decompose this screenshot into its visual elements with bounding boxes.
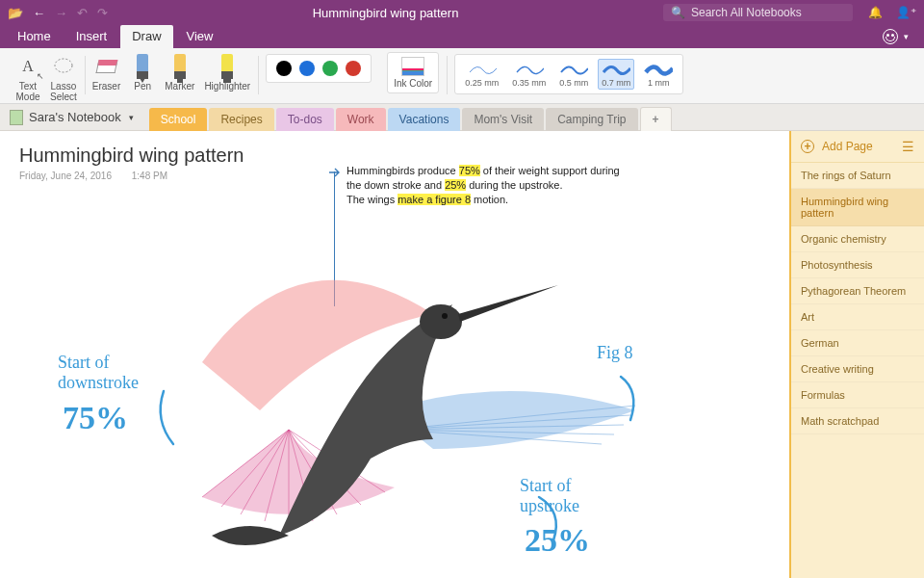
ribbon: A↖ Text Mode Lasso Select Eraser Pen Mar…	[0, 48, 924, 104]
section-todos[interactable]: To-dos	[276, 108, 334, 131]
arrow-icon	[329, 168, 343, 177]
menu-insert[interactable]: Insert	[64, 25, 119, 48]
svg-point-1	[420, 304, 462, 339]
note-line-3: The wings make a figure 8 motion.	[346, 193, 635, 207]
plus-circle-icon: +	[801, 140, 814, 153]
note-line-2: the down stroke and 25% during the upstr…	[346, 178, 635, 193]
quick-access-toolbar: 📂 ← → ↶ ↷	[8, 6, 108, 20]
undo-icon[interactable]: ↶	[77, 6, 88, 20]
forward-icon[interactable]: →	[55, 6, 67, 20]
chevron-down-icon: ▾	[129, 113, 134, 122]
text-mode-icon: A↖	[15, 54, 40, 79]
lasso-select-button[interactable]: Lasso Select	[50, 52, 77, 102]
menu-bar: Home Insert Draw View ▾	[0, 25, 924, 48]
menu-draw[interactable]: Draw	[120, 25, 172, 48]
thickness-025[interactable]: 0.25 mm	[461, 59, 502, 90]
search-icon: 🔍	[671, 6, 685, 19]
svg-point-0	[55, 59, 72, 72]
svg-point-2	[442, 313, 448, 319]
text-mode-button[interactable]: A↖ Text Mode	[15, 52, 40, 102]
section-camping-trip[interactable]: Camping Trip	[546, 108, 637, 131]
search-box[interactable]: 🔍	[663, 4, 853, 21]
marker-button[interactable]: Marker	[165, 52, 194, 92]
page-item-6[interactable]: German	[791, 330, 924, 356]
section-work[interactable]: Work	[336, 108, 386, 131]
pen-icon	[137, 54, 148, 79]
add-page-button[interactable]: + Add Page ☰	[791, 131, 924, 163]
color-palette	[266, 54, 372, 83]
eraser-button[interactable]: Eraser	[92, 52, 120, 92]
open-icon[interactable]: 📂	[8, 6, 23, 20]
add-section-button[interactable]: +	[640, 107, 672, 131]
page-item-5[interactable]: Art	[791, 304, 924, 330]
section-recipes[interactable]: Recipes	[209, 108, 273, 131]
pen-button[interactable]: Pen	[130, 52, 155, 92]
page-item-9[interactable]: Math scratchpad	[791, 408, 924, 434]
thickness-1[interactable]: 1 mm	[640, 59, 677, 90]
thickness-palette: 0.25 mm 0.35 mm 0.5 mm 0.7 mm 1 mm	[454, 54, 683, 94]
eraser-icon	[95, 60, 117, 73]
main-area: Hummingbird wing pattern Friday, June 24…	[0, 131, 924, 578]
notebook-name: Sara's Notebook	[29, 110, 121, 124]
note-line-1: Hummingbirds produce 75% of their weight…	[346, 164, 635, 178]
ink-color-button[interactable]: Ink Color	[387, 52, 439, 93]
section-school[interactable]: School	[149, 108, 208, 131]
back-icon[interactable]: ←	[33, 6, 45, 20]
lasso-icon	[51, 54, 76, 79]
color-green[interactable]	[322, 61, 338, 76]
bell-icon[interactable]: 🔔	[868, 6, 883, 19]
menu-view[interactable]: View	[175, 25, 225, 48]
page-item-2[interactable]: Organic chemistry	[791, 226, 924, 252]
page-item-0[interactable]: The rings of Saturn	[791, 163, 924, 189]
page-list-options-icon[interactable]: ☰	[902, 139, 914, 154]
marker-icon	[174, 54, 186, 79]
hand-downstroke-label: Start of downstroke	[58, 353, 139, 392]
page-sidebar: + Add Page ☰ The rings of Saturn Humming…	[789, 131, 924, 578]
thickness-05[interactable]: 0.5 mm	[555, 59, 592, 90]
feedback-button[interactable]: ▾	[873, 25, 918, 48]
color-black[interactable]	[276, 61, 292, 76]
page-item-1[interactable]: Hummingbird wing pattern	[791, 189, 924, 226]
note-text-block[interactable]: Hummingbirds produce 75% of their weight…	[346, 164, 635, 207]
smiley-icon	[883, 29, 898, 44]
page-item-8[interactable]: Formulas	[791, 382, 924, 408]
notebook-icon	[10, 110, 23, 125]
hand-upstroke-label: Start of upstroke	[520, 476, 579, 515]
ink-color-icon	[401, 57, 424, 76]
page-item-4[interactable]: Pythagorean Theorem	[791, 278, 924, 304]
notebook-bar: Sara's Notebook ▾ School Recipes To-dos …	[0, 104, 924, 131]
thickness-07[interactable]: 0.7 mm	[598, 59, 634, 90]
thickness-035[interactable]: 0.35 mm	[508, 59, 550, 90]
redo-icon[interactable]: ↷	[97, 6, 108, 20]
hand-upstroke-pct: 25%	[525, 521, 590, 559]
section-tabs: School Recipes To-dos Work Vacations Mom…	[149, 104, 672, 130]
page-date: Friday, June 24, 2016	[19, 171, 112, 181]
page-canvas[interactable]: Hummingbird wing pattern Friday, June 24…	[0, 131, 789, 578]
highlighter-button[interactable]: Highlighter	[204, 52, 250, 92]
notebook-picker[interactable]: Sara's Notebook ▾	[0, 110, 143, 125]
window-title: Hummingbird wing pattern	[114, 6, 657, 20]
add-page-label: Add Page	[822, 140, 873, 153]
title-bar: 📂 ← → ↶ ↷ Hummingbird wing pattern 🔍 🔔 👤…	[0, 0, 924, 25]
share-icon[interactable]: 👤⁺	[896, 6, 916, 19]
section-vacations[interactable]: Vacations	[388, 108, 461, 131]
menu-home[interactable]: Home	[6, 25, 63, 48]
search-input[interactable]	[691, 6, 845, 19]
section-moms-visit[interactable]: Mom's Visit	[462, 108, 544, 131]
page-item-7[interactable]: Creative writing	[791, 356, 924, 382]
hand-fig8-label: Fig 8	[597, 343, 633, 363]
page-item-3[interactable]: Photosynthesis	[791, 252, 924, 278]
highlighter-icon	[221, 54, 233, 79]
color-blue[interactable]	[299, 61, 315, 76]
hand-downstroke-pct: 75%	[63, 399, 128, 436]
page-time: 1:48 PM	[132, 171, 167, 181]
color-red[interactable]	[346, 61, 361, 76]
